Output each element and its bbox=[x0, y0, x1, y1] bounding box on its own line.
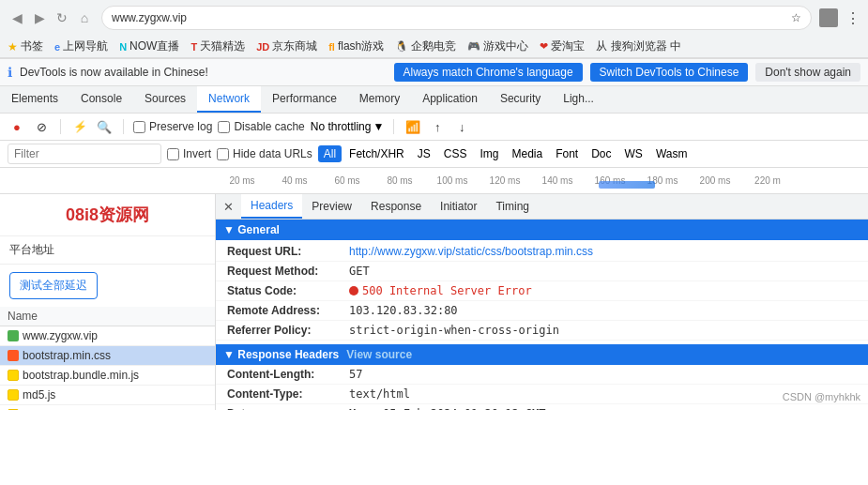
filter-type-ws[interactable]: WS bbox=[619, 145, 648, 162]
filter-type-font[interactable]: Font bbox=[550, 145, 584, 162]
disable-cache-label: Disable cache bbox=[234, 120, 304, 133]
tab-application[interactable]: Application bbox=[411, 86, 489, 113]
wifi-icon[interactable]: 📶 bbox=[404, 117, 422, 136]
timeline-label: 40 ms bbox=[268, 175, 321, 186]
invert-checkbox[interactable]: Invert bbox=[167, 147, 211, 160]
tab-performance[interactable]: Performance bbox=[261, 86, 348, 113]
disable-cache-checkbox[interactable]: Disable cache bbox=[218, 120, 304, 133]
bookmark-label: 从 搜狗浏览器 中 bbox=[596, 38, 681, 54]
request-url-label: Request URL: bbox=[227, 245, 349, 258]
content-length-row: Content-Length: 57 bbox=[216, 365, 868, 385]
website-panel: 08i8资源网 平台地址 测试全部延迟 Name www.zygxw.vip b… bbox=[0, 194, 216, 410]
hide-data-urls-input[interactable] bbox=[217, 148, 229, 160]
bookmark-item[interactable]: ★ 书签 bbox=[8, 38, 43, 54]
filter-type-img[interactable]: Img bbox=[474, 145, 504, 162]
status-code-label: Status Code: bbox=[227, 284, 349, 297]
tab-network[interactable]: Network bbox=[197, 86, 261, 113]
filter-type-media[interactable]: Media bbox=[506, 145, 548, 162]
filter-toggle[interactable]: ⚡ bbox=[70, 117, 89, 136]
csdn-watermark: CSDN @myhkhk bbox=[783, 391, 860, 402]
tab-security[interactable]: Security bbox=[489, 86, 552, 113]
switch-chinese-button[interactable]: Switch DevTools to Chinese bbox=[590, 63, 749, 82]
detail-close-button[interactable]: ✕ bbox=[216, 195, 241, 219]
filter-bar: Invert Hide data URLs All Fetch/XHR JS C… bbox=[0, 141, 868, 168]
filter-type-all[interactable]: All bbox=[318, 145, 342, 162]
filter-types: All Fetch/XHR JS CSS Img Media Font Doc … bbox=[318, 145, 693, 162]
network-item-name: bootstrap.bundle.min.js bbox=[23, 369, 139, 382]
preserve-log-label: Preserve log bbox=[149, 120, 212, 133]
timeline-label: 200 ms bbox=[689, 175, 741, 186]
browser-toolbar: ◀ ▶ ↻ ⌂ www.zygxw.vip ☆ ⋮ bbox=[0, 0, 868, 36]
filter-input[interactable] bbox=[8, 144, 161, 164]
record-button[interactable]: ● bbox=[8, 117, 26, 136]
detail-tab-preview[interactable]: Preview bbox=[302, 195, 361, 218]
back-button[interactable]: ◀ bbox=[8, 8, 26, 27]
address-bar[interactable]: www.zygxw.vip ☆ bbox=[101, 6, 812, 30]
content-length-value: 57 bbox=[349, 368, 362, 381]
view-source-link[interactable]: View source bbox=[346, 348, 412, 361]
devtools-tabs: Elements Console Sources Network Perform… bbox=[0, 86, 868, 114]
search-button[interactable]: 🔍 bbox=[95, 117, 114, 136]
tab-lighthouse[interactable]: Ligh... bbox=[552, 86, 605, 113]
status-code-row: Status Code: 500 Internal Server Error bbox=[216, 281, 868, 301]
status-dot bbox=[349, 286, 358, 296]
hide-data-urls-checkbox[interactable]: Hide data URLs bbox=[217, 147, 312, 160]
network-item[interactable]: index.js bbox=[0, 405, 215, 410]
reload-button[interactable]: ↻ bbox=[53, 8, 71, 27]
tab-console[interactable]: Console bbox=[69, 86, 133, 113]
detail-tab-response[interactable]: Response bbox=[361, 195, 431, 218]
preserve-log-input[interactable] bbox=[133, 121, 145, 133]
bookmark-item[interactable]: N NOW直播 bbox=[119, 38, 179, 54]
detail-tab-initiator[interactable]: Initiator bbox=[431, 195, 486, 218]
network-item[interactable]: www.zygxw.vip bbox=[0, 326, 215, 346]
timeline-label: 140 ms bbox=[531, 175, 584, 186]
detail-tab-timing[interactable]: Timing bbox=[486, 195, 539, 218]
filter-type-fetch[interactable]: Fetch/XHR bbox=[343, 145, 410, 162]
detail-content: ▼ General Request URL: http://www.zygxw.… bbox=[216, 220, 868, 410]
throttling-select[interactable]: No throttling ▼ bbox=[311, 120, 385, 133]
response-headers-label: ▼ Response Headers bbox=[223, 348, 339, 361]
stop-button[interactable]: ⊘ bbox=[32, 117, 51, 136]
match-language-button[interactable]: Always match Chrome's language bbox=[394, 63, 583, 82]
bookmark-item[interactable]: JD 京东商城 bbox=[256, 38, 317, 54]
bookmark-star-icon[interactable]: ☆ bbox=[791, 11, 801, 24]
filter-type-wasm[interactable]: Wasm bbox=[650, 145, 693, 162]
bookmark-item[interactable]: 🐧 企鹅电竞 bbox=[395, 38, 456, 54]
response-headers-section-header[interactable]: ▼ Response Headers View source bbox=[216, 344, 868, 365]
menu-button[interactable]: ⋮ bbox=[845, 9, 860, 27]
extensions-icon[interactable] bbox=[819, 8, 838, 27]
bookmark-item[interactable]: fl flash游戏 bbox=[328, 38, 384, 54]
filter-type-doc[interactable]: Doc bbox=[586, 145, 617, 162]
dismiss-button[interactable]: Don't show again bbox=[755, 63, 860, 82]
bookmark-item[interactable]: e 上网导航 bbox=[54, 38, 108, 54]
bookmark-item[interactable]: 从 搜狗浏览器 中 bbox=[596, 38, 681, 54]
network-item[interactable]: md5.js bbox=[0, 386, 215, 405]
remote-address-row: Remote Address: 103.120.83.32:80 bbox=[216, 301, 868, 321]
bookmark-item[interactable]: ❤ 爱淘宝 bbox=[540, 38, 585, 54]
filter-type-js[interactable]: JS bbox=[412, 145, 436, 162]
bookmark-item[interactable]: 🎮 游戏中心 bbox=[467, 38, 528, 54]
detail-tab-headers[interactable]: Headers bbox=[241, 194, 302, 219]
tab-elements[interactable]: Elements bbox=[0, 86, 69, 113]
tab-memory[interactable]: Memory bbox=[348, 86, 411, 113]
filter-type-css[interactable]: CSS bbox=[438, 145, 473, 162]
bookmark-label: 京东商城 bbox=[272, 38, 317, 54]
js-icon bbox=[8, 389, 19, 401]
network-item[interactable]: bootstrap.min.css bbox=[0, 346, 215, 366]
remote-address-value: 103.120.83.32:80 bbox=[349, 304, 458, 317]
toolbar-separator bbox=[393, 119, 394, 134]
forward-button[interactable]: ▶ bbox=[30, 8, 49, 27]
timeline-label: 220 m bbox=[741, 175, 794, 186]
invert-input[interactable] bbox=[167, 148, 179, 160]
bookmark-label: 书签 bbox=[21, 38, 43, 54]
preserve-log-checkbox[interactable]: Preserve log bbox=[133, 120, 212, 133]
download-icon[interactable]: ↓ bbox=[452, 117, 471, 136]
network-item[interactable]: bootstrap.bundle.min.js bbox=[0, 366, 215, 386]
disable-cache-input[interactable] bbox=[218, 121, 230, 133]
upload-icon[interactable]: ↑ bbox=[428, 117, 447, 136]
general-section-header[interactable]: ▼ General bbox=[216, 220, 868, 240]
test-button[interactable]: 测试全部延迟 bbox=[9, 272, 98, 299]
bookmark-item[interactable]: T 天猫精选 bbox=[190, 38, 245, 54]
tab-sources[interactable]: Sources bbox=[133, 86, 197, 113]
home-button[interactable]: ⌂ bbox=[75, 8, 94, 27]
